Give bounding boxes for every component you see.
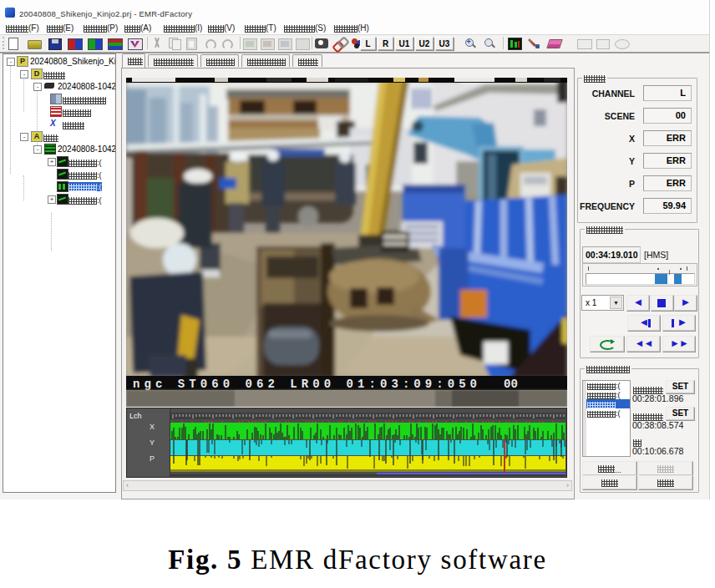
svg-text:X: X	[150, 423, 155, 431]
svg-text:00: 00	[504, 378, 518, 391]
svg-text:P: P	[150, 454, 155, 463]
svg-text:Y: Y	[150, 438, 155, 447]
svg-text:ngc ST060 062 LR00 01:03:09:05: ngc ST060 062 LR00 01:03:09:050	[133, 378, 477, 391]
svg-text:Lch: Lch	[129, 412, 142, 420]
